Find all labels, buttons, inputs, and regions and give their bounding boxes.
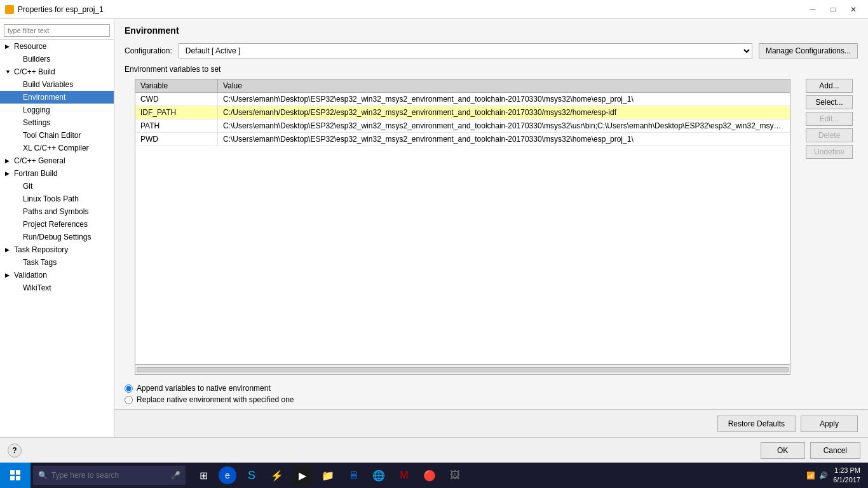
edit----button[interactable]: Edit... [806, 112, 853, 126]
file-explorer-icon[interactable]: 📁 [318, 465, 338, 485]
table-row[interactable]: IDF_PATH C:/Users/emanh/Desktop/ESP32/es… [135, 106, 790, 119]
ok-button[interactable]: OK [761, 442, 805, 459]
select----button[interactable]: Select... [806, 95, 853, 109]
main-area: ▶Resource Builders▼C/C++ Build Build Var… [0, 19, 868, 437]
help-button[interactable]: ? [8, 444, 22, 458]
sidebar-item-validation[interactable]: ▶Validation [0, 269, 114, 281]
sidebar-item-task-tags[interactable]: Task Tags [0, 256, 114, 269]
taskbar-right: 📶 🔊 1:23 PM 6/1/2017 [799, 466, 868, 485]
skype-icon[interactable]: S [241, 465, 262, 485]
sidebar-item-label: Task Repository [14, 245, 68, 254]
sidebar-item-cpp-build[interactable]: ▼C/C++ Build [0, 65, 114, 78]
env-table: Variable Value CWD C:\Users\emanh\Deskto… [135, 79, 790, 375]
sidebar-item-label: Build Variables [23, 80, 73, 89]
sidebar-item-label: Tool Chain Editor [23, 131, 81, 140]
app-icon-4[interactable]: ⚡ [267, 465, 287, 485]
sidebar-item-run-debug-settings[interactable]: Run/Debug Settings [0, 231, 114, 243]
sidebar-item-builders[interactable]: Builders [0, 53, 114, 65]
table-section: Variable Value CWD C:\Users\emanh\Deskto… [125, 76, 801, 377]
sidebar-item-label: Fortran Build [14, 169, 58, 178]
radio-append: Append variables to native environment [125, 383, 858, 394]
maximize-button[interactable]: □ [824, 3, 843, 16]
sidebar-item-project-references[interactable]: Project References [0, 218, 114, 231]
sidebar-item-label: Builders [23, 55, 50, 64]
microphone-icon: 🎤 [171, 471, 180, 480]
restore-defaults-button[interactable]: Restore Defaults [717, 416, 796, 432]
app-icon-9[interactable]: M [394, 465, 414, 485]
windows-logo-icon [10, 470, 20, 480]
sidebar-item-cpp-general[interactable]: ▶C/C++ General [0, 154, 114, 167]
expand-arrow: ▶ [5, 43, 11, 50]
chrome-icon[interactable]: 🌐 [369, 465, 389, 485]
network-icon: 📶 [806, 471, 815, 480]
expand-arrow: ▶ [5, 170, 11, 177]
taskbar-search[interactable]: 🔍 🎤 [33, 466, 186, 485]
start-button[interactable] [0, 463, 31, 488]
sidebar-item-git[interactable]: Git [0, 180, 114, 193]
sidebar-item-linux-tools-path[interactable]: Linux Tools Path [0, 193, 114, 205]
filter-input[interactable] [4, 24, 110, 37]
side-buttons: Add...Select...Edit...DeleteUndefine [801, 76, 858, 377]
sidebar-item-paths-and-symbols[interactable]: Paths and Symbols [0, 205, 114, 218]
cancel-button[interactable]: Cancel [810, 442, 860, 459]
sidebar-item-label: Task Tags [23, 258, 57, 267]
cell-value: C:\Users\emanh\Desktop\ESP32\esp32_win32… [218, 93, 790, 105]
expand-arrow: ▶ [5, 158, 11, 164]
sidebar-item-label: Environment [23, 93, 65, 102]
add----button[interactable]: Add... [806, 79, 853, 93]
table-header: Variable Value [135, 79, 790, 93]
minimize-button[interactable]: ─ [803, 3, 822, 16]
apply-button[interactable]: Apply [801, 416, 858, 432]
expand-arrow: ▼ [5, 69, 11, 75]
app-icon-10[interactable]: 🔴 [419, 465, 440, 485]
sidebar-item-label: Run/Debug Settings [23, 233, 91, 241]
table-row[interactable]: CWD C:\Users\emanh\Desktop\ESP32\esp32_w… [135, 93, 790, 106]
terminal-icon[interactable]: ▶ [292, 465, 313, 485]
close-button[interactable]: ✕ [844, 3, 863, 16]
sidebar-item-resource[interactable]: ▶Resource [0, 40, 114, 53]
taskbar-time[interactable]: 1:23 PM 6/1/2017 [833, 466, 860, 485]
table-row[interactable]: PATH C:\Users\emanh\Desktop\ESP32\esp32_… [135, 119, 790, 133]
sidebar-item-label: WikiText [23, 283, 51, 292]
radio-append-input[interactable] [125, 384, 133, 393]
sidebar-item-settings[interactable]: Settings [0, 116, 114, 129]
cell-value: C:/Users/emanh/Desktop/ESP32/esp32_win32… [218, 106, 790, 119]
task-view-icon[interactable]: ⊞ [193, 465, 214, 485]
cell-variable: IDF_PATH [135, 106, 218, 119]
right-panel: Environment Configuration: Default [ Act… [114, 19, 868, 437]
sidebar-item-build-variables[interactable]: Build Variables [0, 78, 114, 91]
footer-right: OK Cancel [761, 442, 860, 459]
table-row[interactable]: PWD C:\Users\emanh\Desktop\ESP32\esp32_w… [135, 133, 790, 146]
table-body: CWD C:\Users\emanh\Desktop\ESP32\esp32_w… [135, 93, 790, 364]
window-title: Properties for esp_proj_1 [18, 5, 104, 14]
radio-replace-input[interactable] [125, 396, 133, 404]
search-icon: 🔍 [38, 471, 48, 480]
app-icon-7[interactable]: 🖥 [343, 465, 363, 485]
radio-area: Append variables to native environment R… [114, 377, 868, 409]
sidebar-item-label: Paths and Symbols [23, 207, 88, 216]
sidebar-item-tool-chain-editor[interactable]: Tool Chain Editor [0, 129, 114, 142]
sidebar-item-wikitext[interactable]: WikiText [0, 281, 114, 294]
config-select[interactable]: Default [ Active ] [179, 43, 752, 58]
taskbar-search-input[interactable] [51, 471, 167, 480]
radio-append-label[interactable]: Append variables to native environment [137, 384, 271, 393]
cell-variable: PWD [135, 133, 218, 146]
config-row: Configuration: Default [ Active ] Manage… [114, 39, 868, 62]
sidebar-item-fortran-build[interactable]: ▶Fortran Build [0, 167, 114, 180]
radio-replace-label[interactable]: Replace native environment with specifie… [137, 395, 294, 404]
app-icon-11[interactable]: 🖼 [445, 465, 465, 485]
horizontal-scrollbar[interactable] [135, 364, 790, 374]
cell-value: C:\Users\emanh\Desktop\ESP32\esp32_win32… [218, 133, 790, 146]
sidebar-item-xl-cpp-compiler[interactable]: XL C/C++ Compiler [0, 142, 114, 154]
edge-icon[interactable]: e [219, 466, 236, 484]
undefine-button[interactable]: Undefine [806, 145, 853, 159]
config-label: Configuration: [125, 46, 172, 55]
manage-configurations-button[interactable]: Manage Configurations... [759, 43, 858, 58]
sidebar-item-label: C/C++ Build [14, 67, 55, 76]
sidebar-item-environment[interactable]: Environment [0, 91, 114, 104]
taskbar-app-icons: ⊞ e S ⚡ ▶ 📁 🖥 🌐 M 🔴 🖼 [193, 465, 465, 485]
delete-button[interactable]: Delete [806, 128, 853, 142]
table-with-buttons: Variable Value CWD C:\Users\emanh\Deskto… [125, 76, 858, 377]
sidebar-item-logging[interactable]: Logging [0, 104, 114, 116]
sidebar-item-task-repository[interactable]: ▶Task Repository [0, 243, 114, 256]
